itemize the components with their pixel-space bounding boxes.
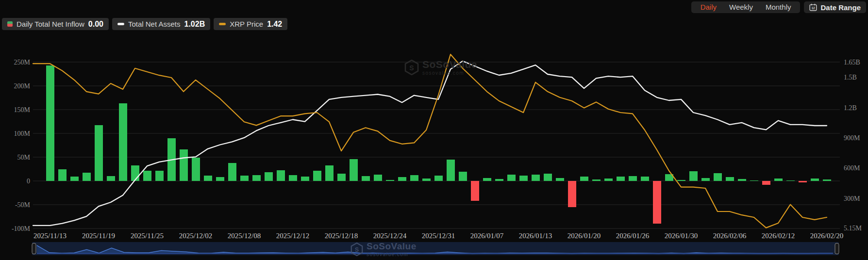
svg-text:2025/12/24: 2025/12/24 <box>373 232 407 240</box>
svg-text:250M: 250M <box>14 59 31 66</box>
svg-text:2026/01/30: 2026/01/30 <box>665 232 698 240</box>
svg-text:2025/11/13: 2025/11/13 <box>33 232 67 240</box>
svg-text:300M: 300M <box>844 195 860 202</box>
svg-text:2025/12/12: 2025/12/12 <box>276 232 309 240</box>
svg-text:2025/12/02: 2025/12/02 <box>179 232 212 240</box>
svg-text:200M: 200M <box>14 82 31 90</box>
svg-text:2025/12/18: 2025/12/18 <box>325 232 358 240</box>
svg-text:100M: 100M <box>14 130 31 137</box>
navigator-handle-right[interactable] <box>835 244 839 254</box>
svg-text:5.15M: 5.15M <box>844 225 862 232</box>
svg-text:2026/02/12: 2026/02/12 <box>762 232 795 240</box>
svg-text:2026/01/07: 2026/01/07 <box>470 232 504 240</box>
svg-text:2025/12/31: 2025/12/31 <box>422 232 455 240</box>
svg-text:-100M: -100M <box>12 225 31 232</box>
gridlines: 250M200M150M100M50M0-50M-100M1.65B1.5B1.… <box>12 59 862 232</box>
svg-text:2026/01/26: 2026/01/26 <box>616 232 650 240</box>
svg-text:0: 0 <box>27 178 30 185</box>
svg-text:900M: 900M <box>844 134 860 142</box>
net-inflow-bars <box>46 65 831 224</box>
svg-text:150M: 150M <box>14 106 31 114</box>
svg-text:2026/02/20: 2026/02/20 <box>810 232 843 240</box>
svg-text:-50M: -50M <box>15 201 31 209</box>
svg-text:600M: 600M <box>844 164 860 172</box>
svg-text:1.2B: 1.2B <box>844 104 857 112</box>
chart-canvas: 250M200M150M100M50M0-50M-100M1.65B1.5B1.… <box>0 0 868 260</box>
svg-text:2025/11/25: 2025/11/25 <box>131 232 164 240</box>
svg-text:50M: 50M <box>17 154 31 161</box>
svg-text:2026/01/20: 2026/01/20 <box>568 232 601 240</box>
navigator-handle-left[interactable] <box>32 244 36 254</box>
etf-flow-dashboard: Daily Weekly Monthly 12 Date Range Daily… <box>0 0 868 260</box>
xrp-price-line <box>33 54 827 228</box>
svg-text:2026/01/13: 2026/01/13 <box>519 232 552 240</box>
range-navigator[interactable] <box>32 242 839 255</box>
svg-text:1.5B: 1.5B <box>844 74 857 81</box>
svg-text:2025/12/08: 2025/12/08 <box>228 232 261 240</box>
svg-text:2025/11/19: 2025/11/19 <box>82 232 115 240</box>
svg-text:2026/02/06: 2026/02/06 <box>713 232 747 240</box>
svg-text:1.65B: 1.65B <box>844 59 860 66</box>
x-axis-labels: 2025/11/132025/11/192025/11/252025/12/02… <box>33 232 843 240</box>
